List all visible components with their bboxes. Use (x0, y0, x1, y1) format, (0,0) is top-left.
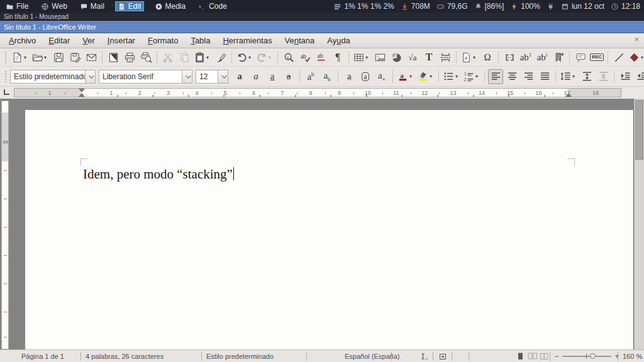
dropdown-caret-icon[interactable]: ▾ (409, 74, 414, 79)
dropdown-caret-icon[interactable]: ▾ (269, 55, 274, 60)
increase-indent-button[interactable] (618, 69, 633, 84)
numbered-list-button[interactable]: 12▾ (462, 69, 481, 84)
superscript-button[interactable]: ab (303, 69, 318, 84)
word-count-status[interactable]: 4 palabras, 26 caracteres (86, 350, 164, 362)
outline-button[interactable]: a (358, 69, 373, 84)
zoom-slider[interactable] (562, 356, 611, 357)
insert-chart-button[interactable] (389, 50, 404, 65)
multi-page-view-icon[interactable] (528, 352, 537, 361)
document-text[interactable]: Idem, pero modo “stacking” (83, 167, 234, 182)
cut-button[interactable] (160, 50, 175, 65)
increase-paragraph-spacing-button[interactable] (579, 69, 594, 84)
paragraph-style-combobox[interactable]: Estilo predeterminado (10, 70, 96, 84)
clone-formatting-button[interactable] (213, 50, 228, 65)
window-title-writer[interactable]: Sin título 1 - LibreOffice Writer (0, 21, 644, 33)
open-button[interactable]: ▾ (31, 50, 50, 65)
formatting-marks-button[interactable]: ¶ (330, 50, 345, 65)
undo-button[interactable]: ▾ (235, 50, 254, 65)
dropdown-caret-icon[interactable]: ▾ (641, 55, 644, 60)
basic-shapes-button[interactable]: ▾ (628, 50, 644, 65)
align-left-button[interactable] (488, 69, 503, 84)
workspace-item-edit[interactable]: Edit (115, 1, 144, 11)
redo-button[interactable]: ▾ (255, 50, 274, 65)
toolbar-grip[interactable] (5, 52, 6, 63)
font-name-combobox[interactable]: Liberation Serif (99, 70, 192, 84)
font-color-button[interactable]: a▾ (396, 69, 415, 84)
decrease-paragraph-spacing-button[interactable] (596, 69, 611, 84)
dropdown-caret-icon[interactable]: ▾ (455, 74, 460, 79)
subscript-button[interactable]: ab (319, 69, 335, 84)
single-page-view-icon[interactable] (516, 352, 525, 361)
menu-editar[interactable]: Editar (42, 33, 76, 48)
underline-button[interactable]: a (265, 69, 280, 84)
zoom-level[interactable]: 160 % (623, 350, 642, 362)
strikethrough-button[interactable]: a (281, 69, 296, 84)
find-replace-button[interactable]: a (281, 50, 296, 65)
send-email-button[interactable] (84, 50, 99, 65)
menu-formato[interactable]: Formato (142, 33, 184, 48)
insert-table-button[interactable]: ▾ (352, 50, 371, 65)
insert-hyperlink-button[interactable] (502, 50, 517, 65)
zoom-slider-thumb[interactable] (590, 353, 596, 359)
insert-image-button[interactable] (372, 50, 387, 65)
menu-ver[interactable]: Ver (76, 33, 101, 48)
menu-tabla[interactable]: Tabla (184, 33, 216, 48)
print-preview-button[interactable] (138, 50, 153, 65)
paste-button[interactable]: ▾ (193, 50, 212, 65)
highlighting-color-button[interactable]: ▾ (416, 69, 435, 84)
workspace-item-web[interactable]: Web (39, 1, 69, 11)
tab-stop-selector[interactable] (2, 88, 12, 97)
menu-insertar[interactable]: Insertar (101, 33, 142, 48)
workspace-item-code[interactable]: >_Code (196, 1, 229, 11)
insert-footnote-button[interactable]: ab1 (518, 50, 533, 65)
insert-formula-button[interactable]: √a (405, 50, 420, 65)
decrease-indent-button[interactable] (634, 69, 644, 84)
dropdown-caret-icon[interactable]: ▾ (473, 55, 478, 60)
zoom-in-button[interactable]: + (614, 352, 620, 361)
font-size-combobox[interactable]: 12 (196, 70, 228, 84)
scrollbar-thumb[interactable] (635, 100, 643, 160)
new-document-button[interactable]: ▾ (11, 50, 30, 65)
copy-button[interactable] (177, 50, 192, 65)
right-margin-marker[interactable] (565, 93, 572, 97)
insert-bookmark-button[interactable] (551, 50, 566, 65)
dropdown-caret-icon[interactable]: ▾ (206, 55, 211, 60)
dropdown-caret-icon[interactable]: ▾ (24, 55, 29, 60)
selection-mode-icon[interactable] (438, 350, 447, 362)
align-center-button[interactable] (504, 69, 519, 84)
auto-spellcheck-button[interactable]: ab (314, 50, 329, 65)
special-character-button[interactable]: Ω (480, 50, 495, 65)
save-as-button[interactable] (67, 50, 82, 65)
insert-field-button[interactable]: #▾ (460, 50, 479, 65)
chevron-down-icon[interactable] (182, 70, 192, 84)
edit-mode-button[interactable] (106, 50, 121, 65)
bold-button[interactable]: a (232, 69, 247, 84)
toolbar-grip[interactable] (5, 71, 6, 82)
dropdown-caret-icon[interactable]: ▾ (430, 74, 435, 79)
workspace-item-mail[interactable]: Mail (78, 1, 106, 11)
dropdown-caret-icon[interactable]: ▾ (365, 55, 370, 60)
clear-formatting-button[interactable]: a× (374, 69, 389, 84)
insert-endnote-button[interactable]: abi (535, 50, 550, 65)
spelling-button[interactable]: ab (297, 50, 313, 65)
print-button[interactable] (122, 50, 137, 65)
chevron-down-icon[interactable] (85, 70, 96, 84)
zoom-out-button[interactable]: − (553, 352, 560, 361)
line-spacing-button[interactable]: ▾ (559, 69, 578, 84)
first-line-indent-marker[interactable] (79, 89, 85, 92)
insert-page-break-button[interactable] (438, 50, 453, 65)
vertical-ruler[interactable] (1, 101, 9, 349)
workspace-item-file[interactable]: File (4, 1, 30, 11)
menu-ventana[interactable]: Ventana (278, 33, 321, 48)
menu-ayuda[interactable]: Ayuda (321, 33, 357, 48)
document-page[interactable]: Idem, pero modo “stacking” (25, 110, 633, 349)
hanging-indent-marker[interactable] (79, 93, 85, 97)
book-view-icon[interactable] (540, 352, 549, 361)
dropdown-caret-icon[interactable]: ▾ (572, 74, 577, 79)
menu-archivo[interactable]: Archivo (3, 33, 42, 48)
dropdown-caret-icon[interactable]: ▾ (248, 55, 253, 60)
workspace-item-media[interactable]: Media (153, 1, 188, 11)
insert-line-button[interactable] (611, 50, 626, 65)
save-button[interactable] (51, 50, 66, 65)
insert-mode-icon[interactable] (419, 350, 429, 362)
